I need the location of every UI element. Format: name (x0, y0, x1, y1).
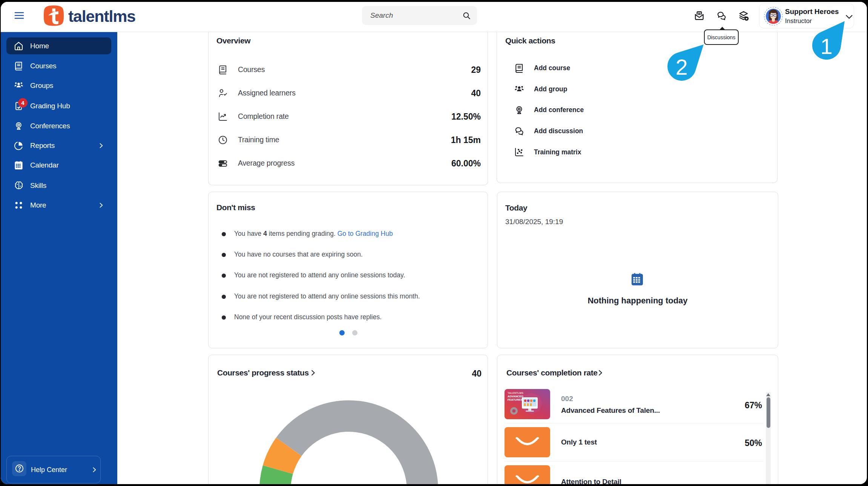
svg-text:1: 1 (820, 34, 833, 58)
svg-text:2: 2 (676, 55, 688, 79)
